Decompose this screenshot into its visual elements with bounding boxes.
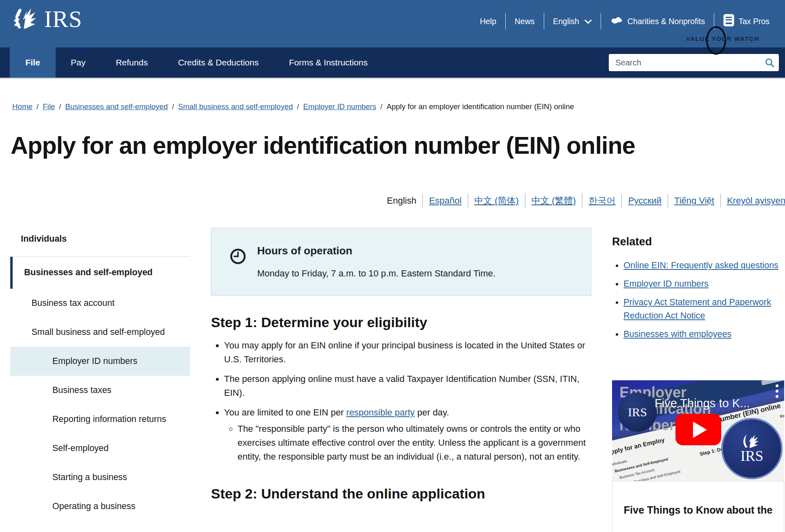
breadcrumb-small-business[interactable]: Small business and self-employed (178, 102, 293, 111)
sidebar-item-business-tax-account[interactable]: Business tax account (10, 289, 190, 318)
breadcrumb-employer-id[interactable]: Employer ID numbers (303, 102, 376, 111)
related-link-privacy-act[interactable]: Privacy Act Statement and Paperwork Redu… (624, 297, 771, 321)
breadcrumb-separator: / (55, 102, 65, 111)
thumb-micro-apply: Apply for an Employ (612, 436, 665, 456)
thumb-irs-badge-large: IRS (721, 418, 783, 479)
language-link-vi[interactable]: Tiếng Việt (674, 195, 714, 206)
video-overlay-title: Five Things to K... (655, 397, 750, 410)
irs-logo[interactable]: IRS (12, 5, 82, 33)
thumb-irs-badge-small: IRS (618, 393, 657, 432)
nav-item-refunds[interactable]: Refunds (101, 47, 163, 78)
sidebar-item-self-employed[interactable]: Self-employed (10, 434, 190, 463)
step1-bullet-3-pre: You are limited to one EIN per (224, 407, 346, 418)
search-input[interactable] (609, 54, 779, 71)
breadcrumb: Home/File/Businesses and self-employed/S… (12, 102, 574, 111)
video-caption: Five Things to Know about the (612, 504, 784, 516)
page-title: Apply for an employer identification num… (11, 132, 635, 159)
tax-pros-label: Tax Pros (738, 17, 769, 26)
list-item: Businesses with employees (624, 328, 784, 341)
breadcrumb-separator: / (32, 102, 43, 111)
hours-of-operation-box: Hours of operation Monday to Friday, 7 a… (211, 228, 591, 296)
language-dropdown[interactable]: English (544, 17, 601, 26)
nav-tab-file[interactable]: File (10, 47, 56, 78)
thumb-irs-badge-small-text: IRS (628, 405, 647, 419)
thumb-irs-badge-large-text: IRS (740, 447, 763, 465)
list-item: Privacy Act Statement and Paperwork Redu… (624, 296, 784, 323)
step2-heading: Step 2: Understand the online applicatio… (211, 486, 591, 502)
site-header: IRS Help News English Charities & Nonpro… (0, 0, 785, 47)
related-links: Online EIN: Frequently asked questions E… (612, 259, 784, 341)
breadcrumb-home[interactable]: Home (12, 102, 32, 111)
step1-bullet-2: The person applying online must have a v… (224, 372, 591, 400)
step1-sub-bullet: The "responsible party" is the person wh… (238, 422, 591, 464)
breadcrumb-businesses[interactable]: Businesses and self-employed (65, 102, 168, 111)
irs-ein-page: IRS Help News English Charities & Nonpro… (0, 0, 785, 532)
step1-bullet-3-post: per day. (415, 407, 449, 418)
related-link-employer-id-numbers[interactable]: Employer ID numbers (624, 279, 709, 289)
play-button-icon[interactable] (675, 414, 721, 445)
video-caption-box: Five Things to Know about the (612, 481, 784, 532)
language-dropdown-label: English (553, 17, 579, 26)
list-item: Employer ID numbers (624, 277, 784, 291)
related-link-online-ein-faq[interactable]: Online EIN: Frequently asked questions (624, 260, 778, 270)
language-current: English (381, 194, 422, 208)
section-nav: Individuals Businesses and self-employed… (10, 229, 190, 521)
related-heading: Related (612, 236, 784, 248)
charities-label: Charities & Nonprofits (627, 17, 705, 26)
related-rail: Related Online EIN: Frequently asked que… (612, 236, 784, 532)
language-link-ko[interactable]: 한국어 (588, 195, 615, 206)
responsible-party-link[interactable]: responsible party (346, 407, 415, 418)
step1-bullet-3: You are limited to one EIN per responsib… (224, 406, 591, 464)
video-menu-icon[interactable] (776, 384, 778, 398)
sidebar-item-business-taxes[interactable]: Business taxes (10, 376, 190, 405)
sidebar-item-businesses-self-employed[interactable]: Businesses and self-employed (10, 257, 190, 289)
language-switcher: English Español 中文 (简体) 中文 (繁體) 한국어 Русс… (0, 193, 785, 209)
video-thumbnail[interactable]: Apply for an Employ umber (EIN) online S… (612, 380, 784, 481)
breadcrumb-current: Apply for an employer identification num… (386, 102, 574, 111)
language-link-ht[interactable]: Kreyòl ayisyen (727, 195, 785, 206)
nav-item-forms-instructions[interactable]: Forms & Instructions (274, 47, 383, 78)
step1-bullet-1: You may apply for an EIN online if your … (224, 339, 591, 366)
step1-heading: Step 1: Determine your eligibility (211, 314, 591, 330)
hours-title: Hours of operation (257, 245, 352, 257)
utility-nav: Help News English Charities & Nonprofits (471, 12, 778, 30)
chevron-down-icon (585, 17, 592, 26)
sidebar-item-operating-a-business[interactable]: Operating a business (10, 492, 190, 521)
language-link-ru[interactable]: Русский (628, 195, 662, 206)
irs-eagle-icon (12, 5, 42, 33)
primary-nav: File Pay Refunds Credits & Deductions Fo… (0, 47, 785, 78)
irs-wordmark: IRS (44, 5, 82, 33)
search-icon[interactable] (765, 58, 775, 70)
sidebar-item-reporting-information-returns[interactable]: Reporting information returns (10, 405, 190, 434)
help-link[interactable]: Help (471, 17, 505, 26)
sidebar-item-individuals[interactable]: Individuals (10, 229, 190, 256)
sidebar-item-starting-a-business[interactable]: Starting a business (10, 463, 190, 492)
tax-pros-link[interactable]: Tax Pros (714, 14, 778, 29)
related-link-businesses-with-employees[interactable]: Businesses with employees (624, 329, 731, 339)
breadcrumb-file[interactable]: File (43, 102, 55, 111)
handshake-icon (610, 16, 623, 27)
breadcrumb-separator: / (376, 102, 386, 111)
hours-text: Monday to Friday, 7 a.m. to 10 p.m. East… (257, 268, 496, 279)
watermark-text: VALUE YOUR WATCH (686, 35, 758, 42)
thumb-micro-individuals: Individuals (612, 459, 627, 467)
language-link-zh-hant[interactable]: 中文 (繁體) (532, 195, 576, 206)
sidebar-group-businesses: Businesses and self-employed (10, 256, 190, 289)
step1-sub-bullet-list: The "responsible party" is the person wh… (224, 422, 591, 464)
nav-item-pay[interactable]: Pay (56, 47, 101, 78)
news-link[interactable]: News (506, 17, 544, 26)
language-link-es[interactable]: Español (429, 195, 462, 206)
book-icon (723, 14, 734, 29)
sidebar-item-small-business[interactable]: Small business and self-employed (10, 318, 190, 347)
main-content: Hours of operation Monday to Friday, 7 a… (211, 228, 591, 510)
nav-bottom-rule (0, 78, 785, 79)
breadcrumb-separator: / (293, 102, 303, 111)
sidebar-item-employer-id-numbers[interactable]: Employer ID numbers (10, 347, 190, 376)
step1-bullet-list: You may apply for an EIN online if your … (211, 339, 591, 464)
nav-item-credits-deductions[interactable]: Credits & Deductions (163, 47, 274, 78)
language-link-zh-hans[interactable]: 中文 (简体) (474, 195, 519, 206)
list-item: Online EIN: Frequently asked questions (624, 259, 784, 272)
search-box (609, 54, 779, 71)
charities-link[interactable]: Charities & Nonprofits (601, 16, 714, 27)
breadcrumb-separator: / (168, 102, 178, 111)
